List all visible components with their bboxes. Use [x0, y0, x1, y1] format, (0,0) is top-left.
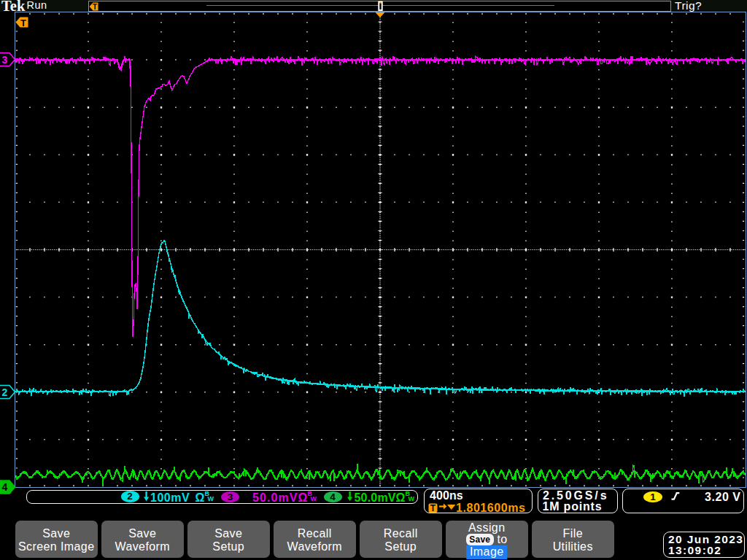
svg-text:2: 2 — [2, 386, 8, 398]
svg-text:4: 4 — [2, 481, 8, 493]
svg-text:3: 3 — [2, 54, 8, 66]
